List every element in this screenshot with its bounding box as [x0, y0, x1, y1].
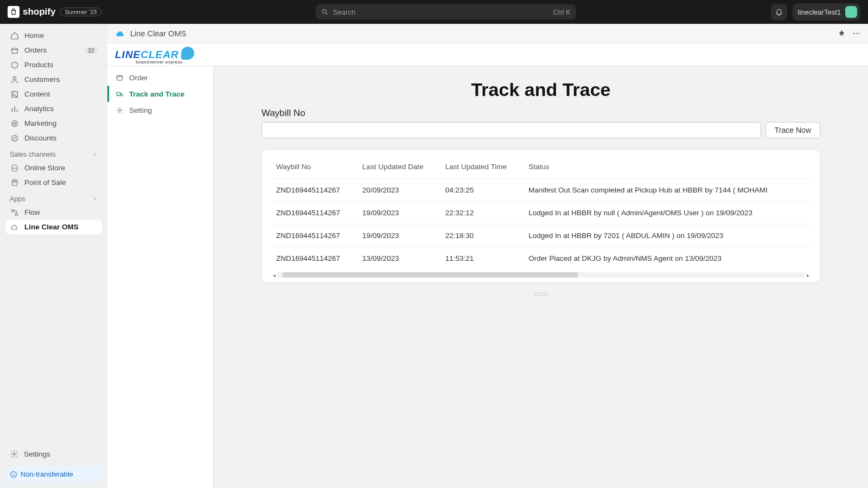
- shopify-wordmark: shopify: [23, 7, 55, 17]
- scroll-thumb[interactable]: [283, 272, 578, 278]
- svg-line-1: [326, 13, 328, 15]
- nav-label: Products: [24, 61, 53, 69]
- svg-point-3: [13, 76, 16, 79]
- nav-label: Orders: [24, 46, 47, 54]
- side-label: Track and Trace: [129, 90, 184, 98]
- user-menu[interactable]: lineclearTest1: [793, 3, 861, 21]
- table-row: ZND16944511426713/09/202311:53:21Order P…: [271, 247, 811, 270]
- nav-orders[interactable]: Orders 32: [5, 43, 102, 57]
- scroll-left-icon[interactable]: ◂: [271, 272, 277, 278]
- svg-point-7: [14, 123, 16, 125]
- info-icon: [10, 471, 17, 478]
- shopify-bag-icon: [8, 6, 20, 18]
- nav-label: Content: [24, 90, 50, 98]
- chevron-right-icon: [92, 152, 98, 157]
- nav-analytics[interactable]: Analytics: [5, 101, 102, 116]
- col-time: Last Updated Time: [440, 157, 524, 179]
- orders-icon: [10, 46, 19, 55]
- svg-rect-12: [15, 213, 17, 215]
- analytics-icon: [10, 104, 19, 113]
- cell-waybill: ZND169445114267: [271, 179, 357, 202]
- cell-status: Lodged In at HBBR by 7201 ( ABDUL AMIN )…: [523, 224, 811, 247]
- section-label: Sales channels: [10, 151, 56, 158]
- svg-point-16: [856, 33, 857, 34]
- nav-products[interactable]: Products: [5, 57, 102, 72]
- marketing-icon: [10, 119, 19, 128]
- results-table: Waybill No Last Updated Date Last Update…: [271, 157, 811, 269]
- side-order[interactable]: Order: [107, 69, 213, 86]
- nav-pos[interactable]: Point of Sale: [5, 175, 102, 190]
- side-track-and-trace[interactable]: Track and Trace: [107, 86, 213, 102]
- svg-rect-2: [11, 48, 17, 53]
- cell-status: Lodged In at HBBR by null ( Admin/Agent/…: [523, 202, 811, 224]
- brand-cloud-icon: [181, 47, 194, 60]
- cell-date: 19/09/2023: [357, 202, 440, 224]
- col-waybill: Waybill No: [271, 157, 357, 179]
- bell-icon: [775, 8, 783, 16]
- resize-handle-icon[interactable]: [533, 293, 548, 296]
- orders-badge: 32: [85, 47, 98, 54]
- cell-date: 13/09/2023: [357, 247, 440, 270]
- sales-channels-header[interactable]: Sales channels: [5, 145, 102, 160]
- waybill-label: Waybill No: [261, 108, 846, 119]
- app-frame: Line Clear OMS LINECLEAR Scan2deliver ex…: [107, 24, 868, 488]
- svg-rect-18: [117, 75, 122, 80]
- more-icon[interactable]: [852, 29, 860, 37]
- nav-settings[interactable]: Settings: [5, 446, 102, 461]
- app-side-nav: Order Track and Trace Setting: [107, 66, 214, 488]
- flow-icon: [10, 208, 19, 217]
- shopify-sidebar: Home Orders 32 Products Customers Conten…: [0, 24, 107, 488]
- table-row: ZND16944511426719/09/202322:32:12Lodged …: [271, 202, 811, 224]
- nav-label: Customers: [24, 75, 60, 84]
- apps-header[interactable]: Apps: [5, 190, 102, 205]
- nav-customers[interactable]: Customers: [5, 72, 102, 87]
- search-placeholder: Search: [333, 8, 355, 16]
- scroll-right-icon[interactable]: ▸: [805, 272, 811, 278]
- side-label: Order: [129, 74, 148, 82]
- nav-label: Home: [24, 31, 44, 40]
- nav-flow[interactable]: Flow: [5, 205, 102, 220]
- nav-label: Online Store: [24, 164, 65, 172]
- trace-now-button[interactable]: Trace Now: [765, 122, 820, 138]
- svg-point-6: [11, 120, 17, 126]
- search-wrap: Search Ctrl K: [316, 4, 576, 20]
- brand-secondary: CLEAR: [141, 49, 178, 60]
- cell-waybill: ZND169445114267: [271, 202, 357, 224]
- svg-point-5: [13, 93, 14, 94]
- search-input[interactable]: Search Ctrl K: [316, 4, 576, 20]
- nav-label: Line Clear OMS: [24, 223, 79, 231]
- cell-time: 22:32:12: [440, 202, 524, 224]
- nav-discounts[interactable]: Discounts: [5, 131, 102, 145]
- svg-point-20: [120, 95, 122, 96]
- search-icon: [321, 8, 329, 16]
- side-label: Setting: [129, 106, 152, 114]
- non-transferable-pill[interactable]: Non-transferable: [5, 467, 102, 481]
- app-title: Line Clear OMS: [130, 29, 186, 38]
- table-row: ZND16944511426720/09/202304:23:25Manifes…: [271, 179, 811, 202]
- pin-icon[interactable]: [838, 29, 846, 37]
- customers-icon: [10, 75, 19, 84]
- section-label: Apps: [10, 195, 25, 203]
- cloud-icon: [10, 222, 19, 232]
- chevron-right-icon: [92, 196, 98, 202]
- nav-label: Flow: [24, 208, 40, 216]
- nav-home[interactable]: Home: [5, 28, 102, 43]
- nav-line-clear-oms[interactable]: Line Clear OMS: [5, 220, 102, 234]
- order-icon: [115, 73, 124, 82]
- svg-point-0: [322, 9, 326, 13]
- notifications-button[interactable]: [771, 4, 787, 20]
- side-setting[interactable]: Setting: [107, 102, 213, 118]
- app-brand-bar: LINECLEAR Scan2deliver express: [107, 43, 868, 66]
- settings-label: Settings: [24, 450, 50, 458]
- nav-marketing[interactable]: Marketing: [5, 116, 102, 131]
- page-title: Track and Trace: [235, 79, 846, 100]
- nav-label: Discounts: [24, 134, 56, 142]
- nav-content[interactable]: Content: [5, 87, 102, 101]
- app-cloud-icon: [115, 28, 126, 39]
- waybill-input[interactable]: [261, 122, 761, 138]
- horizontal-scrollbar[interactable]: ◂ ▸: [271, 272, 811, 278]
- nav-online-store[interactable]: Online Store: [5, 160, 102, 175]
- shopify-logo[interactable]: shopify: [8, 6, 55, 18]
- gear-icon: [115, 106, 124, 114]
- pos-icon: [10, 178, 19, 187]
